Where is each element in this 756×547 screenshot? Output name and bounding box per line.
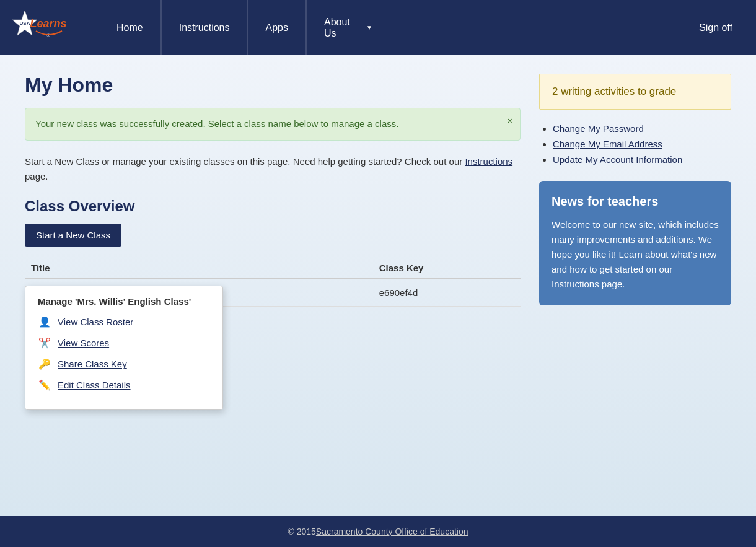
nav-instructions[interactable]: Instructions <box>161 0 248 55</box>
nav-home[interactable]: Home <box>99 0 161 55</box>
edit-icon: ✏️ <box>38 379 51 392</box>
edit-class-details-link[interactable]: Edit Class Details <box>58 380 131 390</box>
body-text-part2: page. <box>25 171 48 182</box>
col-actions <box>341 258 373 279</box>
table-header-row: Title Class Key <box>25 258 521 279</box>
navbar-links: Home Instructions Apps About Us ▼ <box>99 0 390 55</box>
popup-item-scores[interactable]: ✂️ View Scores <box>38 336 210 350</box>
key-icon: 🔑 <box>38 357 51 371</box>
success-banner: Your new class was successfully created.… <box>25 108 521 141</box>
popup-item-share-key[interactable]: 🔑 Share Class Key <box>38 357 210 371</box>
manage-cell <box>341 279 373 307</box>
body-text-part1: Start a New Class or manage your existin… <box>25 156 465 167</box>
change-email-link[interactable]: Change My Email Address <box>553 139 662 149</box>
update-account-link[interactable]: Update My Account Information <box>553 154 682 165</box>
dropdown-arrow-icon: ▼ <box>366 24 372 31</box>
news-box: News for teachers Welcome to our new sit… <box>539 181 731 305</box>
account-link-item-account: Update My Account Information <box>553 154 731 165</box>
account-link-item-email: Change My Email Address <box>553 139 731 149</box>
class-key-cell: e690ef4d <box>373 279 521 307</box>
account-links: Change My Password Change My Email Addre… <box>539 123 731 165</box>
news-title: News for teachers <box>552 195 719 209</box>
writing-banner: 2 writing activities to grade <box>539 74 731 110</box>
logo[interactable]: USA Learns ® <box>6 7 81 48</box>
signoff-link[interactable]: Sign off <box>682 0 750 55</box>
navbar: USA Learns ® Home Instructions Apps Abou… <box>0 0 756 55</box>
view-scores-link[interactable]: View Scores <box>58 338 109 348</box>
footer-text: © 2015 <box>288 527 315 536</box>
popup-title: Manage 'Mrs. Willis' English Class' <box>38 296 210 307</box>
popup-item-roster[interactable]: 👤 View Class Roster <box>38 315 210 329</box>
main-content: My Home Your new class was successfully … <box>0 55 756 516</box>
svg-text:USA: USA <box>20 20 30 26</box>
page-title: My Home <box>25 74 521 97</box>
body-text: Start a New Class or manage your existin… <box>25 154 521 184</box>
scores-icon: ✂️ <box>38 336 51 350</box>
close-icon[interactable]: × <box>508 115 512 128</box>
nav-apps[interactable]: Apps <box>248 0 306 55</box>
col-title: Title <box>25 258 341 279</box>
footer: © 2015 Sacramento County Office of Educa… <box>0 516 756 547</box>
change-password-link[interactable]: Change My Password <box>553 123 644 134</box>
popup-item-edit[interactable]: ✏️ Edit Class Details <box>38 379 210 392</box>
left-panel: My Home Your new class was successfully … <box>25 74 521 497</box>
nav-about-us[interactable]: About Us ▼ <box>306 0 390 55</box>
footer-link[interactable]: Sacramento County Office of Education <box>316 527 468 536</box>
view-class-roster-link[interactable]: View Class Roster <box>58 317 133 327</box>
account-link-item-password: Change My Password <box>553 123 731 134</box>
success-message: Your new class was successfully created.… <box>35 118 398 129</box>
svg-text:Learns: Learns <box>30 17 66 30</box>
new-class-button[interactable]: Start a New Class <box>25 224 121 247</box>
news-body: Welcome to our new site, which includes … <box>552 217 719 292</box>
right-panel: 2 writing activities to grade Change My … <box>539 74 731 497</box>
col-class-key: Class Key <box>373 258 521 279</box>
class-overview-title: Class Overview <box>25 198 521 215</box>
share-class-key-link[interactable]: Share Class Key <box>58 359 127 369</box>
manage-popup: Manage 'Mrs. Willis' English Class' 👤 Vi… <box>25 286 223 410</box>
class-table-wrapper: Title Class Key Mrs. Willis' English Cla… <box>25 258 521 307</box>
roster-icon: 👤 <box>38 315 51 329</box>
instructions-link[interactable]: Instructions <box>465 156 512 167</box>
